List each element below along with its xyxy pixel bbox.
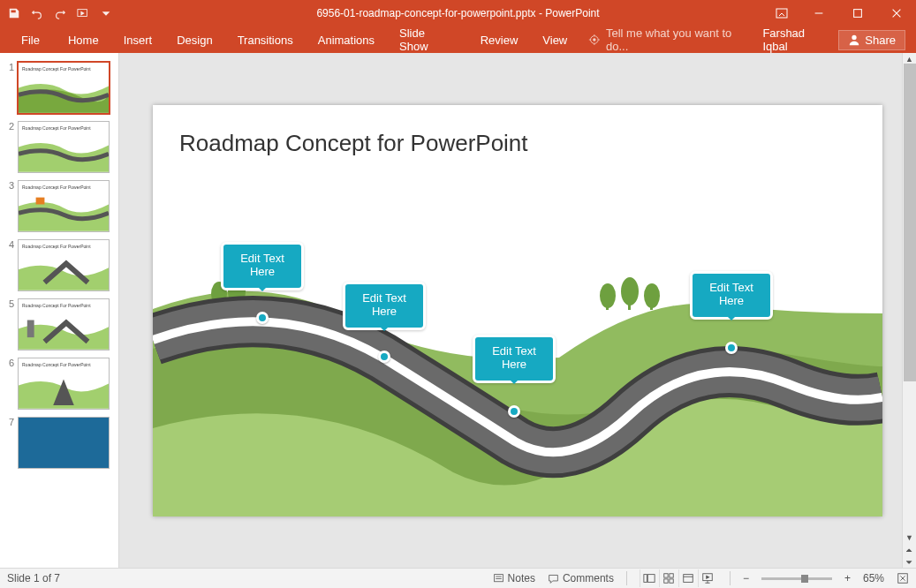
window-title: 6956-01-roadmap-concept-for-powerpoint.p… [316, 7, 599, 19]
document-name: 6956-01-roadmap-concept-for-powerpoint.p… [316, 7, 535, 19]
slide-sorter-view-button[interactable] [659, 569, 678, 587]
svg-rect-17 [650, 298, 653, 310]
zoom-level[interactable]: 65% [863, 572, 884, 584]
account-name[interactable]: Farshad Iqbal [762, 26, 829, 53]
tab-review[interactable]: Review [468, 26, 531, 53]
svg-rect-6 [36, 198, 45, 205]
share-label: Share [865, 34, 896, 47]
normal-view-button[interactable] [640, 569, 659, 587]
callout-2[interactable]: Edit Text Here [343, 282, 426, 330]
separator [626, 571, 627, 585]
comments-button[interactable]: Comments [548, 572, 614, 584]
workspace: 1 Roadmap Concept For PowerPoint 2 Roadm… [0, 53, 916, 568]
qa-customize-icon[interactable] [99, 6, 113, 20]
thumbnail-5[interactable]: 5 Roadmap Concept For PowerPoint [0, 295, 118, 354]
thumbnail-number: 7 [5, 417, 14, 427]
status-bar: Slide 1 of 7 Notes Comments − + 65% [0, 568, 916, 588]
callout-3[interactable]: Edit Text Here [473, 335, 556, 383]
zoom-out-button[interactable]: − [743, 572, 749, 584]
callout-1[interactable]: Edit Text Here [221, 242, 304, 290]
redo-icon[interactable] [53, 6, 67, 20]
zoom-slider[interactable] [761, 577, 832, 580]
tab-slideshow[interactable]: Slide Show [387, 26, 468, 53]
app-name: PowerPoint [545, 7, 599, 19]
ribbon-display-options-icon[interactable] [764, 0, 799, 26]
save-icon[interactable] [7, 6, 21, 20]
thumbnail-4[interactable]: 4 Roadmap Concept For PowerPoint [0, 236, 118, 295]
thumbnail-number: 3 [5, 180, 14, 191]
ribbon-tabs: File Home Insert Design Transitions Anim… [0, 26, 916, 53]
pin-3[interactable] [508, 405, 520, 418]
vertical-scrollbar[interactable]: ▲ ▼ ⏶ ⏷ [902, 53, 916, 568]
next-slide-icon[interactable]: ⏷ [904, 556, 915, 569]
thumbnail-7[interactable]: 7 [0, 413, 118, 472]
slideshow-view-button[interactable] [698, 569, 717, 587]
fit-to-window-button[interactable] [897, 572, 909, 584]
view-buttons [640, 569, 717, 587]
tab-home[interactable]: Home [56, 26, 111, 53]
scroll-down-icon[interactable]: ▼ [904, 531, 915, 544]
window-controls [764, 0, 916, 26]
svg-rect-18 [494, 574, 503, 581]
slide-editor-area: Roadmap Concept for PowerPoint [119, 53, 916, 568]
svg-point-5 [852, 35, 857, 40]
tab-view[interactable]: View [530, 26, 579, 53]
tab-transitions[interactable]: Transitions [225, 26, 306, 53]
tab-design[interactable]: Design [164, 26, 224, 53]
tab-animations[interactable]: Animations [306, 26, 387, 53]
share-button[interactable]: Share [838, 30, 905, 50]
maximize-button[interactable] [838, 0, 877, 26]
pin-1[interactable] [256, 312, 269, 324]
svg-rect-24 [670, 579, 673, 583]
svg-rect-7 [27, 320, 34, 338]
quick-access-toolbar [0, 6, 120, 20]
tab-file[interactable]: File [5, 26, 56, 53]
svg-rect-20 [648, 575, 655, 583]
thumbnail-1[interactable]: 1 Roadmap Concept For PowerPoint [0, 58, 118, 117]
title-bar: 6956-01-roadmap-concept-for-powerpoint.p… [0, 0, 916, 26]
thumbnail-6[interactable]: 6 Roadmap Concept For PowerPoint [0, 354, 118, 413]
svg-rect-22 [670, 574, 673, 577]
slide-thumbnail-pane[interactable]: 1 Roadmap Concept For PowerPoint 2 Roadm… [0, 53, 119, 568]
thumbnail-number: 4 [5, 239, 14, 250]
callout-4[interactable]: Edit Text Here [690, 271, 773, 320]
svg-rect-19 [644, 575, 647, 583]
svg-point-4 [593, 38, 595, 41]
zoom-in-button[interactable]: + [844, 572, 851, 584]
reading-view-button[interactable] [678, 569, 698, 587]
thumbnail-number: 5 [5, 298, 14, 309]
thumbnail-number: 2 [5, 121, 14, 132]
svg-rect-23 [664, 579, 668, 583]
minimize-button[interactable] [799, 0, 838, 26]
thumbnail-number: 1 [5, 62, 14, 72]
notes-button[interactable]: Notes [493, 572, 535, 584]
tell-me-label: Tell me what you want to do... [606, 26, 753, 53]
pin-4[interactable] [725, 342, 738, 354]
thumbnail-2[interactable]: 2 Roadmap Concept For PowerPoint [0, 117, 118, 177]
slide-canvas[interactable]: Roadmap Concept for PowerPoint [153, 105, 882, 516]
start-from-beginning-icon[interactable] [76, 6, 90, 20]
tab-insert[interactable]: Insert [111, 26, 165, 53]
undo-icon[interactable] [30, 6, 44, 20]
slide-title[interactable]: Roadmap Concept for PowerPoint [179, 130, 528, 157]
account-area: Farshad Iqbal Share [762, 26, 911, 53]
svg-rect-21 [664, 574, 668, 577]
scrollbar-thumb[interactable] [904, 64, 916, 381]
close-button[interactable] [877, 0, 916, 26]
svg-rect-2 [854, 10, 862, 18]
pin-2[interactable] [378, 351, 390, 363]
thumbnail-number: 6 [5, 358, 14, 368]
svg-rect-15 [628, 296, 631, 310]
slide-counter[interactable]: Slide 1 of 7 [7, 572, 60, 584]
tell-me-search[interactable]: Tell me what you want to do... [579, 26, 762, 53]
thumbnail-3[interactable]: 3 Roadmap Concept For PowerPoint [0, 177, 118, 236]
separator [730, 571, 731, 585]
svg-rect-25 [684, 575, 693, 583]
svg-rect-13 [606, 298, 609, 310]
prev-slide-icon[interactable]: ⏶ [904, 544, 915, 556]
